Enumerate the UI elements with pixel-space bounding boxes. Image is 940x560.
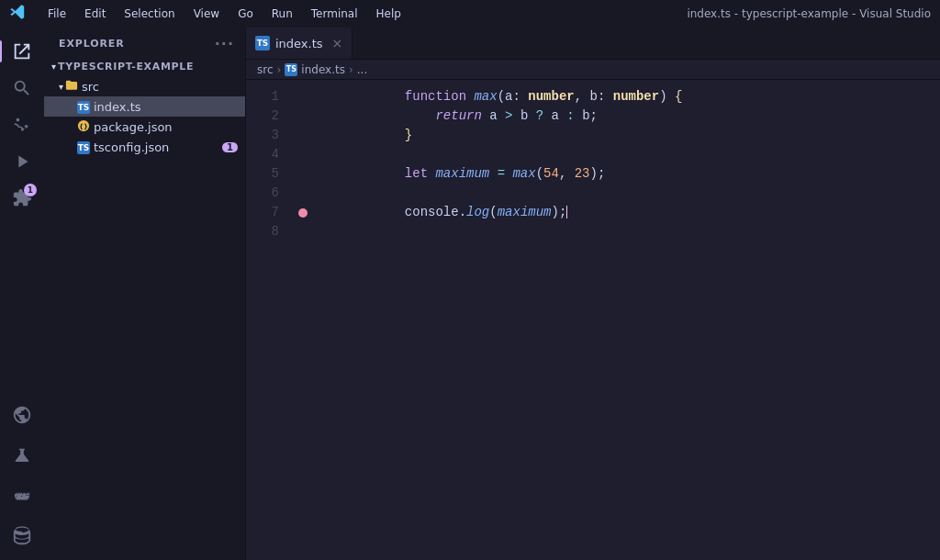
breadcrumb-src[interactable]: src (257, 63, 274, 76)
tab-index-ts[interactable]: TS index.ts × (246, 28, 352, 59)
menu-terminal[interactable]: Terminal (304, 6, 365, 22)
vscode-logo (9, 4, 26, 24)
src-folder[interactable]: ▾ src (44, 76, 245, 96)
project-root[interactable]: ▾ TYPESCRIPT-EXAMPLE (44, 56, 245, 76)
line-num-1: 1 (246, 87, 279, 106)
src-chevron-icon: ▾ (59, 82, 63, 92)
line-num-8: 8 (246, 222, 279, 241)
search-activity-icon[interactable] (6, 72, 39, 105)
breakpoint-col-7 (294, 208, 312, 218)
menu-run[interactable]: Run (264, 6, 300, 22)
breadcrumb-filename[interactable]: index.ts (301, 63, 345, 76)
explorer-header: EXPLORER ··· (44, 28, 245, 56)
svg-text:{}: {} (79, 122, 88, 129)
project-chevron-icon: ▾ (51, 62, 56, 72)
run-debug-activity-icon[interactable] (6, 145, 39, 178)
code-line-3: } (294, 126, 940, 145)
line-num-3: 3 (246, 126, 279, 145)
code-editor[interactable]: 1 2 3 4 5 6 7 8 function max(a: number, … (246, 80, 940, 560)
explorer-title: EXPLORER (59, 38, 125, 50)
src-folder-label: src (82, 80, 99, 94)
menu-help[interactable]: Help (369, 6, 408, 22)
file-tsconfig-json[interactable]: TS tsconfig.json 1 (44, 137, 245, 157)
breadcrumb-sep-1: › (277, 63, 282, 76)
menu-view[interactable]: View (186, 6, 227, 22)
line-num-6: 6 (246, 184, 279, 203)
line-num-5: 5 (246, 164, 279, 184)
activity-bar: 1 (0, 28, 44, 560)
source-control-activity-icon[interactable] (6, 108, 39, 141)
testing-activity-icon[interactable] (6, 439, 39, 472)
code-line-7: console.log(maximum); (294, 203, 940, 222)
menu-edit[interactable]: Edit (77, 6, 113, 22)
breadcrumb-symbol[interactable]: ... (357, 63, 367, 76)
main-layout: 1 EXPLORER ··· (0, 28, 940, 560)
tsconfig-badge: 1 (222, 142, 238, 152)
breadcrumb-sep-2: › (349, 63, 353, 76)
breadcrumb: src › TS index.ts › ... (246, 60, 940, 80)
explorer-activity-icon[interactable] (6, 35, 39, 68)
project-name: TYPESCRIPT-EXAMPLE (58, 61, 194, 73)
code-text-8 (312, 222, 940, 241)
menu-bar: File Edit Selection View Go Run Terminal… (40, 6, 408, 22)
menu-go[interactable]: Go (230, 6, 261, 22)
file-package-json[interactable]: {} package.json (44, 117, 245, 137)
file-index-ts[interactable]: TS index.ts (44, 96, 245, 117)
breadcrumb-ts-icon: TS (285, 63, 297, 76)
window-title: index.ts - typescript-example - Visual S… (687, 7, 931, 20)
tsconfig-json-label: tsconfig.json (94, 140, 222, 154)
tab-close-button[interactable]: × (332, 36, 343, 50)
package-json-label: package.json (94, 120, 173, 134)
tab-ts-icon: TS (255, 36, 270, 50)
menu-file[interactable]: File (40, 6, 73, 22)
sidebar: EXPLORER ··· ▾ TYPESCRIPT-EXAMPLE ▾ src … (44, 28, 246, 560)
remote-explorer-activity-icon[interactable] (6, 398, 39, 431)
extensions-badge: 1 (24, 184, 37, 196)
ts-file-icon: TS (77, 99, 90, 114)
line-numbers: 1 2 3 4 5 6 7 8 (246, 87, 294, 560)
docker-activity-icon[interactable] (6, 479, 39, 512)
explorer-more-button[interactable]: ··· (215, 35, 234, 52)
tab-bar: TS index.ts × (246, 28, 940, 60)
database-activity-icon[interactable] (6, 520, 39, 553)
line-num-7: 7 (246, 203, 279, 222)
editor-area: TS index.ts × src › TS index.ts › ... 1 … (246, 28, 940, 560)
json-file-icon: {} (77, 119, 90, 135)
tsconfig-file-icon: TS (77, 140, 90, 154)
titlebar: File Edit Selection View Go Run Terminal… (0, 0, 940, 28)
src-folder-icon (65, 79, 78, 95)
line-num-4: 4 (246, 145, 279, 164)
code-line-5: let maximum = max(54, 23); (294, 164, 940, 184)
line-num-2: 2 (246, 106, 279, 126)
tab-filename: index.ts (275, 37, 323, 50)
extensions-activity-icon[interactable]: 1 (6, 182, 39, 215)
breakpoint-dot (298, 208, 308, 218)
index-ts-label: index.ts (94, 100, 141, 114)
menu-selection[interactable]: Selection (117, 6, 182, 22)
code-line-8 (294, 222, 940, 241)
code-content[interactable]: function max(a: number, b: number) { ret… (294, 87, 940, 560)
